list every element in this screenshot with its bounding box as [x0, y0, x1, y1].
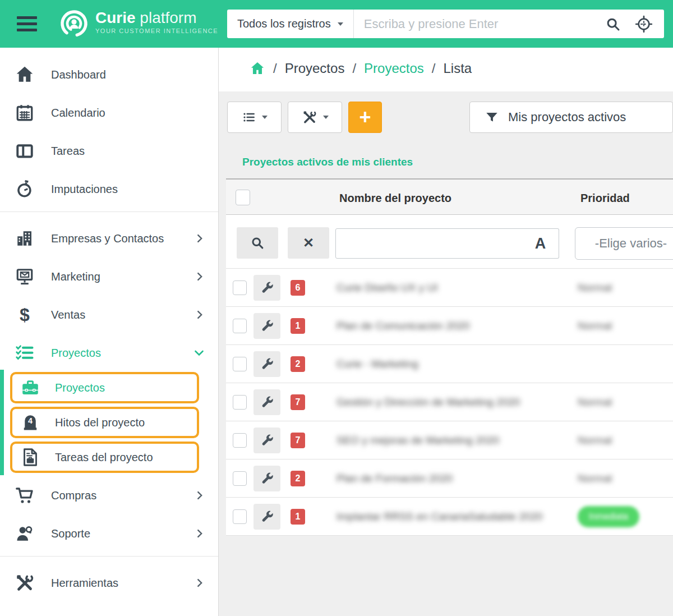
chevron-down-icon — [323, 116, 329, 119]
project-name-link[interactable]: Curie - Marketing — [336, 358, 418, 370]
task-count-badge: 7 — [291, 394, 305, 410]
stopwatch-icon — [13, 179, 36, 199]
row-checkbox[interactable] — [233, 509, 247, 524]
breadcrumb-level3: Lista — [443, 61, 472, 76]
wrench-icon — [260, 471, 274, 486]
sidebar-item-herramientas[interactable]: Herramientas — [0, 564, 218, 602]
wrench-icon — [260, 281, 274, 295]
project-name-link[interactable]: Implantar RRSS en CanariaSaludable 2020 — [336, 511, 543, 523]
name-filter-input[interactable] — [335, 228, 523, 259]
column-header-name: Nombre del proyecto — [339, 192, 451, 205]
row-checkbox[interactable] — [233, 395, 247, 410]
presentation-mail-icon — [13, 266, 36, 287]
global-search-input[interactable] — [354, 17, 605, 31]
row-checkbox[interactable] — [233, 433, 247, 448]
breadcrumb-separator: / — [273, 61, 277, 76]
sidebar-item-proyectos[interactable]: Proyectos — [0, 334, 218, 372]
apply-search-button[interactable] — [237, 227, 278, 259]
sidebar-item-label: Imputaciones — [51, 183, 118, 196]
chevron-right-icon — [193, 309, 206, 321]
row-checkbox[interactable] — [233, 281, 247, 295]
breadcrumb-separator: / — [432, 61, 436, 76]
sidebar-item-marketing[interactable]: Marketing — [0, 258, 218, 296]
projects-table: Nombre del proyecto Prioridad ✕ A -Elige… — [226, 178, 673, 536]
priority-value: Normal — [578, 282, 612, 294]
global-search-bar: Todos los registros — [227, 10, 664, 38]
clear-search-button[interactable]: ✕ — [288, 227, 329, 259]
row-checkbox[interactable] — [233, 357, 247, 371]
sidebar-item-calendario[interactable]: Calendario — [0, 94, 218, 132]
row-actions-button[interactable] — [253, 275, 280, 301]
project-name-link[interactable]: Curie Diseño UX y UI — [336, 282, 438, 294]
search-scope-dropdown[interactable]: Todos los registros — [227, 10, 353, 38]
active-filter-button[interactable]: Mis proyectos activos — [469, 102, 673, 133]
select-all-checkbox[interactable] — [236, 190, 250, 205]
breadcrumb-level1[interactable]: Proyectos — [285, 61, 345, 76]
sidebar-item-dashboard[interactable]: Dashboard — [0, 56, 218, 94]
row-actions-button[interactable] — [253, 313, 280, 339]
sidebar-item-label: Proyectos — [51, 347, 101, 360]
locate-target-icon[interactable] — [635, 15, 653, 33]
row-checkbox[interactable] — [233, 319, 247, 333]
priority-status-badge: Inmediata — [578, 506, 639, 527]
row-actions-button[interactable] — [253, 466, 280, 491]
app-root: Curie platform YOUR CUSTOMER INTELLIGENC… — [0, 0, 673, 616]
sidebar-item-label: Calendario — [51, 107, 105, 119]
sidebar-item-compras[interactable]: Compras — [0, 476, 218, 514]
row-actions-button[interactable] — [253, 504, 280, 530]
sidebar-item-label: Marketing — [51, 270, 100, 283]
table-row: 1 Implantar RRSS en CanariaSaludable 202… — [226, 497, 673, 535]
chevron-right-icon — [193, 232, 206, 245]
tools-dropdown-button[interactable] — [288, 102, 342, 133]
sidebar-item-label: Tareas — [51, 145, 85, 158]
main-content: / Proyectos / Proyectos / Lista — [219, 48, 673, 616]
sidebar-item-soporte[interactable]: Soporte — [0, 514, 218, 553]
row-actions-button[interactable] — [253, 389, 280, 415]
svg-text:4: 4 — [28, 416, 33, 425]
milestone-icon: 4 — [19, 412, 42, 433]
chevron-right-icon — [193, 577, 206, 589]
wrench-icon — [260, 433, 274, 448]
project-name-link[interactable]: Gestión y Dirección de Marketing 2020 — [336, 396, 520, 408]
chevron-right-icon — [193, 270, 206, 283]
letter-a-label: A — [535, 235, 546, 252]
sidebar-nav: Dashboard Calendario — [0, 48, 219, 616]
row-actions-button[interactable] — [253, 351, 280, 377]
row-actions-button[interactable] — [253, 427, 280, 453]
column-header-priority: Prioridad — [580, 192, 630, 205]
table-row: 1 Plan de Comunicación 2020 Normal — [226, 306, 673, 344]
row-checkbox[interactable] — [233, 471, 247, 486]
priority-multiselect[interactable]: -Elige varios- — [575, 227, 673, 260]
columns-board-icon — [13, 141, 36, 161]
add-record-button[interactable]: + — [348, 102, 382, 133]
table-filter-row: ✕ A -Elige varios- — [226, 215, 673, 268]
project-name-link[interactable]: SEO y mejoras de Marketing 2020 — [336, 434, 499, 447]
cart-icon — [13, 485, 36, 505]
table-header-row: Nombre del proyecto Prioridad — [226, 178, 673, 215]
sidebar-item-ventas[interactable]: $ Ventas — [0, 296, 218, 334]
home-breadcrumb-icon[interactable] — [250, 61, 265, 76]
search-icon[interactable] — [605, 16, 621, 33]
breadcrumb-band: / Proyectos / Proyectos / Lista — [219, 48, 673, 91]
sidebar-subitem-hitos[interactable]: 4 Hitos del proyecto — [10, 407, 199, 438]
list-view-dropdown-button[interactable] — [227, 102, 282, 133]
document-briefcase-icon — [19, 447, 42, 467]
breadcrumb-separator: / — [352, 61, 356, 76]
hamburger-menu-icon[interactable] — [17, 16, 37, 35]
project-name-link[interactable]: Plan de Comunicación 2020 — [336, 320, 470, 332]
table-row: 2 Plan de Formación 2020 Normal — [226, 459, 673, 497]
sidebar-item-imputaciones[interactable]: Imputaciones — [0, 170, 218, 208]
sidebar-item-empresas-contactos[interactable]: Empresas y Contactos — [0, 219, 218, 258]
breadcrumb-level2[interactable]: Proyectos — [364, 61, 424, 76]
wrench-icon — [260, 395, 274, 410]
sidebar-subitem-tareas-proyecto[interactable]: Tareas del proyecto — [10, 442, 199, 473]
task-count-badge: 7 — [291, 433, 305, 448]
sidebar-item-tareas[interactable]: Tareas — [0, 132, 218, 170]
list-icon — [242, 110, 256, 125]
sidebar-subitem-proyectos[interactable]: Proyectos — [10, 372, 199, 403]
project-name-link[interactable]: Plan de Formación 2020 — [336, 472, 453, 485]
calendar-icon — [13, 103, 36, 123]
task-count-badge: 1 — [291, 509, 305, 525]
exact-match-button[interactable]: A — [522, 228, 559, 259]
dollar-icon: $ — [13, 306, 36, 324]
